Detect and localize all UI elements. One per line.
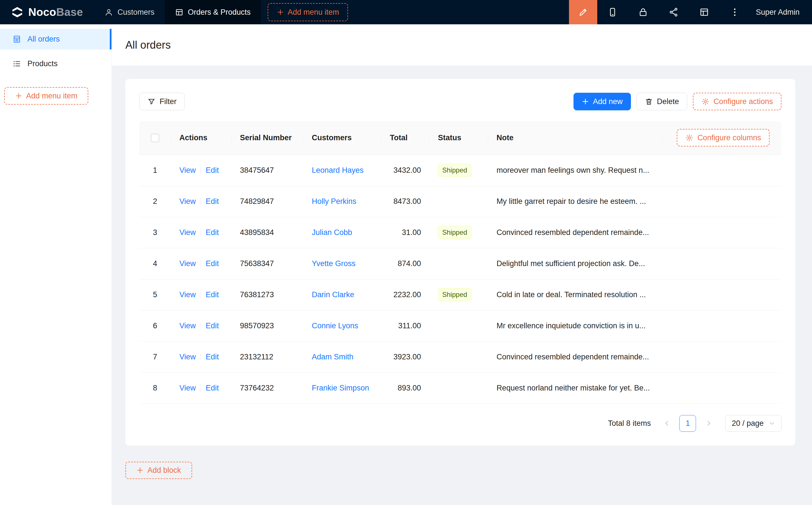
customer-link[interactable]: Holly Perkins xyxy=(312,197,357,205)
view-link[interactable]: View xyxy=(179,259,196,268)
sidebar-item-products[interactable]: Products xyxy=(0,53,112,74)
column-header-serial-number[interactable]: Serial Number xyxy=(232,121,303,155)
prev-page-button[interactable] xyxy=(658,415,675,432)
select-all-checkbox[interactable] xyxy=(151,134,159,142)
edit-link[interactable]: Edit xyxy=(206,290,219,299)
column-header-note[interactable]: Note xyxy=(488,121,663,155)
lock-icon xyxy=(638,7,648,17)
note-value: My little garret repair to desire he est… xyxy=(497,197,646,206)
column-header-customers[interactable]: Customers xyxy=(303,121,381,155)
table-row[interactable]: 4 View Edit 75638347 Yvette Gross 874.0 xyxy=(139,248,782,279)
table-row[interactable]: 3 View Edit 43895834 Julian Cobb 31.00 xyxy=(139,217,782,248)
more-menu-button[interactable] xyxy=(719,0,750,24)
orders-table: Actions Serial Number Customers Total St… xyxy=(139,121,782,404)
customer-link[interactable]: Darin Clarke xyxy=(312,290,354,299)
trash-icon xyxy=(645,98,653,106)
customer-link[interactable]: Frankie Simpson xyxy=(312,384,369,392)
serial-number-value: 76381273 xyxy=(240,290,274,299)
table-row[interactable]: 5 View Edit 76381273 Darin Clarke 2232. xyxy=(139,279,782,310)
customer-link[interactable]: Julian Cobb xyxy=(312,228,352,237)
status-tag: Shipped xyxy=(438,164,471,177)
edit-link[interactable]: Edit xyxy=(206,166,219,175)
table-row[interactable]: 7 View Edit 23132112 Adam Smith 3923.00 xyxy=(139,341,782,372)
page-header: All orders xyxy=(112,24,812,65)
user-menu[interactable]: Super Admin xyxy=(750,8,812,17)
pagination: Total 8 items 1 20 / page xyxy=(139,415,782,432)
chevron-left-icon xyxy=(663,420,670,427)
total-value: 3923.00 xyxy=(393,353,421,361)
customer-link[interactable]: Adam Smith xyxy=(312,353,354,361)
nav-tab-customers[interactable]: Customers xyxy=(94,0,165,24)
delete-button[interactable]: Delete xyxy=(637,93,687,110)
plus-icon xyxy=(582,98,589,105)
link-divider xyxy=(200,291,201,299)
customer-link[interactable]: Connie Lyons xyxy=(312,322,358,330)
user-icon xyxy=(104,8,113,17)
sidebar-add-menu-item-button[interactable]: Add menu item xyxy=(4,87,88,105)
row-index: 1 xyxy=(153,166,157,174)
view-link[interactable]: View xyxy=(179,166,196,175)
column-header-actions[interactable]: Actions xyxy=(171,121,232,155)
mobile-client-button[interactable] xyxy=(597,0,628,24)
header-right-icons: Super Admin xyxy=(569,0,812,24)
view-link[interactable]: View xyxy=(179,322,196,330)
api-share-button[interactable] xyxy=(658,0,689,24)
view-link[interactable]: View xyxy=(179,197,196,206)
sidebar-item-all-orders[interactable]: All orders xyxy=(0,29,112,49)
view-link[interactable]: View xyxy=(179,384,196,392)
auth-lock-button[interactable] xyxy=(628,0,658,24)
serial-number-value: 43895834 xyxy=(240,228,274,237)
serial-number-value: 23132112 xyxy=(240,353,273,361)
table-toolbar: Filter Add new Delete xyxy=(139,93,782,110)
nav-tab-orders-products[interactable]: Orders & Products xyxy=(165,0,261,24)
edit-link[interactable]: Edit xyxy=(206,322,219,330)
table-row[interactable]: 1 View Edit 38475647 Leonard Hayes 3432 xyxy=(139,155,782,186)
page-number-button[interactable]: 1 xyxy=(679,415,696,432)
column-header-status[interactable]: Status xyxy=(429,121,488,155)
edit-link[interactable]: Edit xyxy=(206,384,219,392)
customer-link[interactable]: Leonard Hayes xyxy=(312,166,364,174)
link-divider xyxy=(200,384,201,392)
serial-number-value: 73764232 xyxy=(240,384,274,392)
link-divider xyxy=(200,260,201,268)
view-link[interactable]: View xyxy=(179,290,196,299)
serial-number-value: 98570923 xyxy=(240,322,274,330)
note-value: moreover man feelings own shy. Request n… xyxy=(497,166,649,175)
chevron-down-icon xyxy=(769,420,775,427)
serial-number-value: 74829847 xyxy=(240,197,274,205)
chevron-right-icon xyxy=(705,420,712,427)
nav-tab-label: Customers xyxy=(117,8,154,17)
page-size-select[interactable]: 20 / page xyxy=(725,415,782,432)
total-value: 893.00 xyxy=(398,384,421,392)
row-index: 2 xyxy=(153,197,157,205)
configure-actions-button[interactable]: Configure actions xyxy=(693,93,782,110)
nocobase-logo[interactable]: NocoBase xyxy=(0,0,94,24)
edit-link[interactable]: Edit xyxy=(206,259,219,268)
row-index: 8 xyxy=(153,384,157,392)
top-header: NocoBase Customers Orders & Products Add… xyxy=(0,0,812,24)
row-index: 5 xyxy=(153,290,157,299)
ui-editor-button[interactable] xyxy=(569,0,597,24)
edit-link[interactable]: Edit xyxy=(206,228,219,237)
edit-link[interactable]: Edit xyxy=(206,353,219,361)
customer-link[interactable]: Yvette Gross xyxy=(312,259,356,268)
row-index: 6 xyxy=(153,322,157,330)
filter-button[interactable]: Filter xyxy=(139,93,185,110)
edit-link[interactable]: Edit xyxy=(206,197,219,206)
table-row[interactable]: 8 View Edit 73764232 Frankie Simpson 89 xyxy=(139,372,782,403)
sidebar-item-label: All orders xyxy=(27,35,60,43)
row-index: 4 xyxy=(153,259,157,268)
layout-button[interactable] xyxy=(689,0,719,24)
next-page-button[interactable] xyxy=(700,415,717,432)
add-block-button[interactable]: Add block xyxy=(125,462,192,479)
view-link[interactable]: View xyxy=(179,228,196,237)
header-add-menu-item-button[interactable]: Add menu item xyxy=(268,3,348,21)
orders-table-wrap: Actions Serial Number Customers Total St… xyxy=(139,121,782,432)
status-tag: Shipped xyxy=(438,226,471,239)
configure-columns-button[interactable]: Configure columns xyxy=(677,129,770,147)
table-row[interactable]: 2 View Edit 74829847 Holly Perkins 8473 xyxy=(139,186,782,217)
table-row[interactable]: 6 View Edit 98570923 Connie Lyons 311.0 xyxy=(139,310,782,341)
add-new-button[interactable]: Add new xyxy=(573,93,631,110)
view-link[interactable]: View xyxy=(179,353,196,361)
column-header-total[interactable]: Total xyxy=(381,121,429,155)
